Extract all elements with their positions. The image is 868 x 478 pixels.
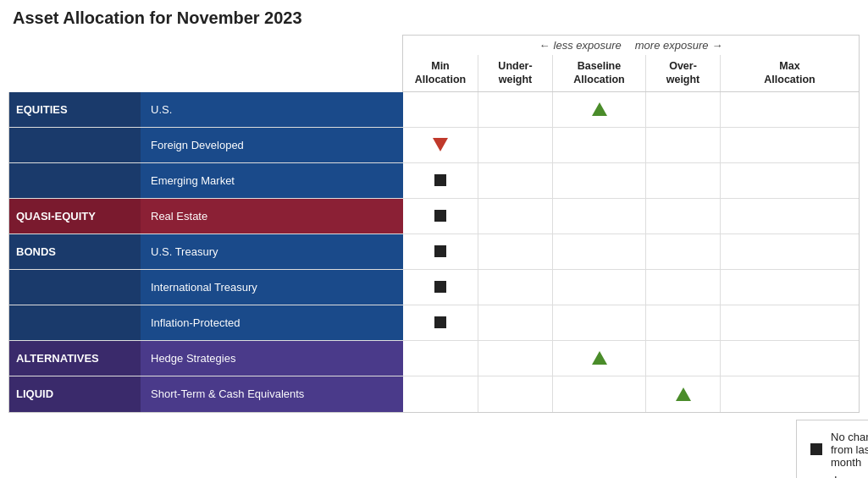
cell-min: [403, 376, 478, 412]
cell-min: [403, 92, 478, 127]
cell-under: [478, 376, 552, 412]
sub-label: Real Estate: [141, 199, 403, 234]
cell-min: [403, 163, 478, 198]
data-cells: [403, 163, 859, 198]
cell-max: [720, 199, 859, 234]
cell-baseline: [552, 128, 645, 162]
cell-under: [478, 234, 552, 269]
category-label: LIQUID: [9, 376, 141, 412]
cell-baseline: [552, 270, 645, 305]
cell-baseline: [552, 92, 645, 127]
triangle-up-icon: [592, 102, 607, 116]
category-label: EQUITIES: [9, 92, 141, 127]
cell-over: [645, 92, 720, 127]
triangle-down-icon: [433, 138, 448, 151]
cell-baseline: [552, 341, 645, 376]
square-icon: [434, 210, 446, 222]
cell-over: [645, 163, 720, 198]
cell-max: [720, 270, 859, 305]
sub-label: U.S. Treasury: [141, 234, 403, 269]
cell-under: [478, 341, 552, 376]
table-row: BONDSU.S. Treasury: [9, 234, 859, 270]
table-row: ALTERNATIVESHedge Strategies: [9, 341, 859, 376]
page-title: Asset Allocation for November 2023: [8, 8, 860, 28]
category-label: [9, 128, 141, 162]
table-row: QUASI-EQUITYReal Estate: [9, 199, 859, 234]
less-exposure-label: less exposure: [554, 39, 622, 52]
legend-row: No change from last monthIncreasing comp…: [8, 413, 860, 479]
table-row: LIQUIDShort-Term & Cash Equivalents: [9, 376, 859, 412]
cell-baseline: [552, 163, 645, 198]
sub-label: Emerging Market: [141, 163, 403, 198]
data-cells: [403, 92, 859, 127]
cell-min: [403, 128, 478, 162]
table-row: Foreign Developed: [9, 128, 859, 163]
legend-text: Increasing compared to last month: [834, 474, 868, 479]
cell-over: [645, 305, 720, 340]
legend-text: No change from last month: [831, 431, 868, 469]
cell-max: [720, 128, 859, 162]
cell-min: [403, 199, 478, 234]
col-header-baseline: BaselineAllocation: [552, 55, 645, 91]
cell-under: [478, 270, 552, 305]
data-cells: [403, 199, 859, 234]
cell-baseline: [552, 376, 645, 412]
cell-min: [403, 234, 478, 269]
table-row: Inflation-Protected: [9, 305, 859, 341]
col-header-under: Under-weight: [478, 55, 552, 91]
sub-label: International Treasury: [141, 270, 403, 305]
cell-under: [478, 128, 552, 162]
square-icon: [434, 281, 446, 293]
cell-max: [720, 305, 859, 340]
data-cells: [403, 341, 859, 376]
legend-item: Increasing compared to last month: [810, 474, 868, 479]
cell-over: [645, 234, 720, 269]
col-header-over: Over-weight: [645, 55, 720, 91]
col-headers-row: MinAllocation Under-weight BaselineAlloc…: [8, 55, 860, 92]
category-label: ALTERNATIVES: [9, 341, 141, 376]
triangle-up-icon: [592, 351, 607, 365]
cell-baseline: [552, 234, 645, 269]
cell-over: [645, 341, 720, 376]
data-cells: [403, 234, 859, 269]
data-cells: [403, 305, 859, 340]
cell-under: [478, 92, 552, 127]
cell-min: [403, 305, 478, 340]
page-container: Asset Allocation for November 2023 ← les…: [0, 0, 868, 478]
triangle-up-icon: [676, 387, 691, 401]
category-label: [9, 270, 141, 305]
sub-label: Inflation-Protected: [141, 305, 403, 340]
arrow-right: →: [711, 39, 722, 52]
cell-over: [645, 199, 720, 234]
cell-max: [720, 92, 859, 127]
cell-over: [645, 128, 720, 162]
legend-icon: [810, 443, 822, 455]
cell-max: [720, 163, 859, 198]
cell-max: [720, 341, 859, 376]
cell-baseline: [552, 305, 645, 340]
cell-over: [645, 376, 720, 412]
sub-label: Hedge Strategies: [141, 341, 403, 376]
data-cells: [403, 128, 859, 162]
sub-label: U.S.: [141, 92, 403, 127]
cell-over: [645, 270, 720, 305]
square-icon: [434, 316, 446, 328]
category-label: QUASI-EQUITY: [9, 199, 141, 234]
data-cells: [403, 270, 859, 305]
cell-min: [403, 341, 478, 376]
category-label: [9, 163, 141, 198]
category-label: [9, 305, 141, 340]
cell-max: [720, 376, 859, 412]
cell-under: [478, 305, 552, 340]
cell-under: [478, 199, 552, 234]
table-row: International Treasury: [9, 270, 859, 305]
col-header-min: MinAllocation: [403, 55, 478, 91]
square-icon: [434, 245, 446, 257]
cell-min: [403, 270, 478, 305]
table-row: Emerging Market: [9, 163, 859, 199]
more-exposure-label: more exposure: [635, 39, 709, 52]
cell-under: [478, 163, 552, 198]
sub-label: Short-Term & Cash Equivalents: [141, 376, 403, 412]
table-body: EQUITIESU.S.Foreign DevelopedEmerging Ma…: [8, 92, 860, 413]
category-label: BONDS: [9, 234, 141, 269]
